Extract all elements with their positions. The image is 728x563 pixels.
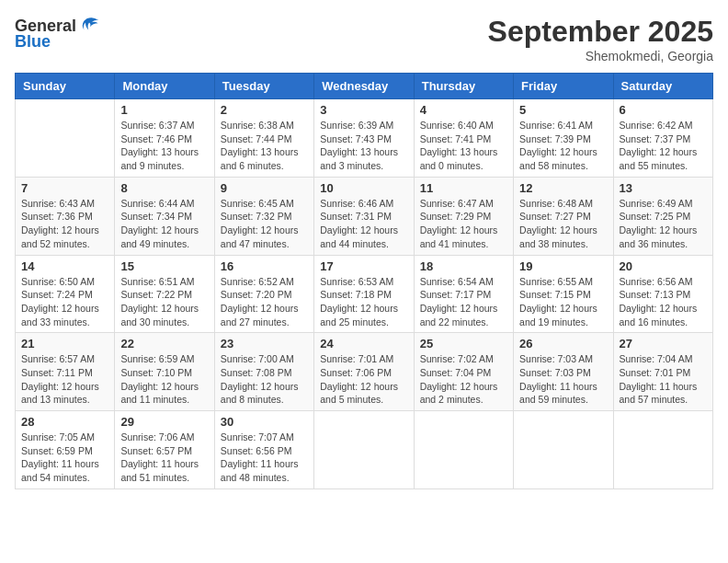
calendar-cell: 22Sunrise: 6:59 AMSunset: 7:10 PMDayligh… bbox=[115, 333, 214, 411]
calendar-week-row: 28Sunrise: 7:05 AMSunset: 6:59 PMDayligh… bbox=[16, 411, 713, 489]
calendar-cell: 26Sunrise: 7:03 AMSunset: 7:03 PMDayligh… bbox=[514, 333, 613, 411]
day-info: Sunrise: 6:42 AMSunset: 7:37 PMDaylight:… bbox=[620, 119, 707, 173]
day-number: 11 bbox=[420, 181, 507, 195]
logo-blue: Blue bbox=[15, 33, 51, 50]
calendar-cell bbox=[514, 411, 613, 489]
title-section: September 2025 Shemokmedi, Georgia bbox=[488, 15, 713, 63]
day-info: Sunrise: 6:56 AMSunset: 7:13 PMDaylight:… bbox=[620, 275, 707, 329]
day-info: Sunrise: 6:39 AMSunset: 7:43 PMDaylight:… bbox=[320, 119, 407, 173]
day-info: Sunrise: 6:45 AMSunset: 7:32 PMDaylight:… bbox=[221, 197, 308, 251]
day-number: 6 bbox=[620, 103, 707, 117]
day-info: Sunrise: 6:51 AMSunset: 7:22 PMDaylight:… bbox=[120, 275, 208, 329]
calendar-cell: 2Sunrise: 6:38 AMSunset: 7:44 PMDaylight… bbox=[214, 99, 313, 178]
day-info: Sunrise: 6:38 AMSunset: 7:44 PMDaylight:… bbox=[221, 119, 308, 173]
location: Shemokmedi, Georgia bbox=[488, 49, 713, 63]
day-info: Sunrise: 7:07 AMSunset: 6:56 PMDaylight:… bbox=[221, 431, 308, 485]
day-number: 16 bbox=[221, 259, 308, 273]
page-header: General Blue September 2025 Shemokmedi, … bbox=[15, 15, 713, 63]
day-number: 17 bbox=[320, 259, 407, 273]
weekday-header-row: SundayMondayTuesdayWednesdayThursdayFrid… bbox=[16, 74, 713, 99]
day-number: 24 bbox=[320, 337, 407, 350]
day-info: Sunrise: 6:55 AMSunset: 7:15 PMDaylight:… bbox=[519, 275, 607, 329]
day-number: 10 bbox=[320, 181, 407, 195]
calendar-cell bbox=[613, 411, 712, 489]
day-info: Sunrise: 7:06 AMSunset: 6:57 PMDaylight:… bbox=[120, 431, 208, 485]
day-info: Sunrise: 6:44 AMSunset: 7:34 PMDaylight:… bbox=[120, 197, 208, 251]
calendar-cell: 29Sunrise: 7:06 AMSunset: 6:57 PMDayligh… bbox=[115, 411, 214, 489]
weekday-header-friday: Friday bbox=[514, 74, 613, 99]
calendar-cell: 14Sunrise: 6:50 AMSunset: 7:24 PMDayligh… bbox=[16, 255, 115, 333]
calendar-cell: 11Sunrise: 6:47 AMSunset: 7:29 PMDayligh… bbox=[414, 177, 513, 255]
day-number: 1 bbox=[120, 103, 208, 117]
calendar-cell: 21Sunrise: 6:57 AMSunset: 7:11 PMDayligh… bbox=[16, 333, 115, 411]
day-info: Sunrise: 7:01 AMSunset: 7:06 PMDaylight:… bbox=[320, 352, 407, 407]
calendar-cell: 7Sunrise: 6:43 AMSunset: 7:36 PMDaylight… bbox=[16, 177, 115, 255]
day-number: 21 bbox=[21, 337, 108, 350]
day-info: Sunrise: 6:59 AMSunset: 7:10 PMDaylight:… bbox=[120, 352, 208, 407]
day-number: 9 bbox=[221, 181, 308, 195]
calendar-cell: 4Sunrise: 6:40 AMSunset: 7:41 PMDaylight… bbox=[414, 99, 513, 178]
day-info: Sunrise: 7:05 AMSunset: 6:59 PMDaylight:… bbox=[21, 431, 108, 485]
day-number: 15 bbox=[120, 259, 208, 273]
calendar-cell: 20Sunrise: 6:56 AMSunset: 7:13 PMDayligh… bbox=[613, 255, 712, 333]
day-number: 7 bbox=[21, 181, 108, 195]
day-info: Sunrise: 6:53 AMSunset: 7:18 PMDaylight:… bbox=[320, 275, 407, 329]
weekday-header-thursday: Thursday bbox=[414, 74, 513, 99]
calendar-cell: 18Sunrise: 6:54 AMSunset: 7:17 PMDayligh… bbox=[414, 255, 513, 333]
day-info: Sunrise: 6:52 AMSunset: 7:20 PMDaylight:… bbox=[221, 275, 308, 329]
day-number: 30 bbox=[221, 415, 308, 429]
calendar-cell: 23Sunrise: 7:00 AMSunset: 7:08 PMDayligh… bbox=[214, 333, 313, 411]
day-info: Sunrise: 6:37 AMSunset: 7:46 PMDaylight:… bbox=[120, 119, 208, 173]
day-info: Sunrise: 6:43 AMSunset: 7:36 PMDaylight:… bbox=[21, 197, 108, 251]
calendar-cell: 15Sunrise: 6:51 AMSunset: 7:22 PMDayligh… bbox=[115, 255, 214, 333]
calendar-cell: 9Sunrise: 6:45 AMSunset: 7:32 PMDaylight… bbox=[214, 177, 313, 255]
day-info: Sunrise: 7:03 AMSunset: 7:03 PMDaylight:… bbox=[519, 352, 607, 407]
day-number: 23 bbox=[221, 337, 308, 350]
day-number: 2 bbox=[221, 103, 308, 117]
calendar-cell: 12Sunrise: 6:48 AMSunset: 7:27 PMDayligh… bbox=[514, 177, 613, 255]
calendar-cell: 24Sunrise: 7:01 AMSunset: 7:06 PMDayligh… bbox=[314, 333, 414, 411]
calendar-cell bbox=[414, 411, 513, 489]
day-number: 22 bbox=[120, 337, 208, 350]
day-number: 27 bbox=[620, 337, 707, 350]
weekday-header-wednesday: Wednesday bbox=[314, 74, 414, 99]
weekday-header-tuesday: Tuesday bbox=[214, 74, 313, 99]
calendar-cell: 17Sunrise: 6:53 AMSunset: 7:18 PMDayligh… bbox=[314, 255, 414, 333]
day-number: 8 bbox=[120, 181, 208, 195]
calendar-table: SundayMondayTuesdayWednesdayThursdayFrid… bbox=[15, 73, 713, 489]
day-number: 25 bbox=[420, 337, 507, 350]
calendar-week-row: 7Sunrise: 6:43 AMSunset: 7:36 PMDaylight… bbox=[16, 177, 713, 255]
calendar-cell: 28Sunrise: 7:05 AMSunset: 6:59 PMDayligh… bbox=[16, 411, 115, 489]
calendar-body: 1Sunrise: 6:37 AMSunset: 7:46 PMDaylight… bbox=[16, 99, 713, 489]
calendar-cell: 10Sunrise: 6:46 AMSunset: 7:31 PMDayligh… bbox=[314, 177, 414, 255]
day-number: 3 bbox=[320, 103, 407, 117]
day-number: 13 bbox=[620, 181, 707, 195]
calendar-cell: 3Sunrise: 6:39 AMSunset: 7:43 PMDaylight… bbox=[314, 99, 414, 178]
day-number: 19 bbox=[519, 259, 607, 273]
day-number: 18 bbox=[420, 259, 507, 273]
calendar-cell bbox=[314, 411, 414, 489]
day-info: Sunrise: 6:57 AMSunset: 7:11 PMDaylight:… bbox=[21, 352, 108, 407]
day-info: Sunrise: 6:50 AMSunset: 7:24 PMDaylight:… bbox=[21, 275, 108, 329]
day-info: Sunrise: 7:00 AMSunset: 7:08 PMDaylight:… bbox=[221, 352, 308, 407]
day-number: 28 bbox=[21, 415, 108, 429]
calendar-cell: 6Sunrise: 6:42 AMSunset: 7:37 PMDaylight… bbox=[613, 99, 712, 178]
day-info: Sunrise: 6:47 AMSunset: 7:29 PMDaylight:… bbox=[420, 197, 507, 251]
calendar-cell: 13Sunrise: 6:49 AMSunset: 7:25 PMDayligh… bbox=[613, 177, 712, 255]
logo: General Blue bbox=[15, 15, 100, 50]
weekday-header-saturday: Saturday bbox=[613, 74, 712, 99]
day-info: Sunrise: 7:04 AMSunset: 7:01 PMDaylight:… bbox=[620, 352, 707, 407]
calendar-cell: 8Sunrise: 6:44 AMSunset: 7:34 PMDaylight… bbox=[115, 177, 214, 255]
day-number: 14 bbox=[21, 259, 108, 273]
day-number: 29 bbox=[120, 415, 208, 429]
calendar-cell: 16Sunrise: 6:52 AMSunset: 7:20 PMDayligh… bbox=[214, 255, 313, 333]
calendar-cell: 30Sunrise: 7:07 AMSunset: 6:56 PMDayligh… bbox=[214, 411, 313, 489]
calendar-cell bbox=[16, 99, 115, 178]
calendar-week-row: 14Sunrise: 6:50 AMSunset: 7:24 PMDayligh… bbox=[16, 255, 713, 333]
calendar-cell: 1Sunrise: 6:37 AMSunset: 7:46 PMDaylight… bbox=[115, 99, 214, 178]
day-info: Sunrise: 6:41 AMSunset: 7:39 PMDaylight:… bbox=[519, 119, 607, 173]
day-number: 12 bbox=[519, 181, 607, 195]
day-number: 4 bbox=[420, 103, 507, 117]
calendar-week-row: 21Sunrise: 6:57 AMSunset: 7:11 PMDayligh… bbox=[16, 333, 713, 411]
calendar-cell: 27Sunrise: 7:04 AMSunset: 7:01 PMDayligh… bbox=[613, 333, 712, 411]
